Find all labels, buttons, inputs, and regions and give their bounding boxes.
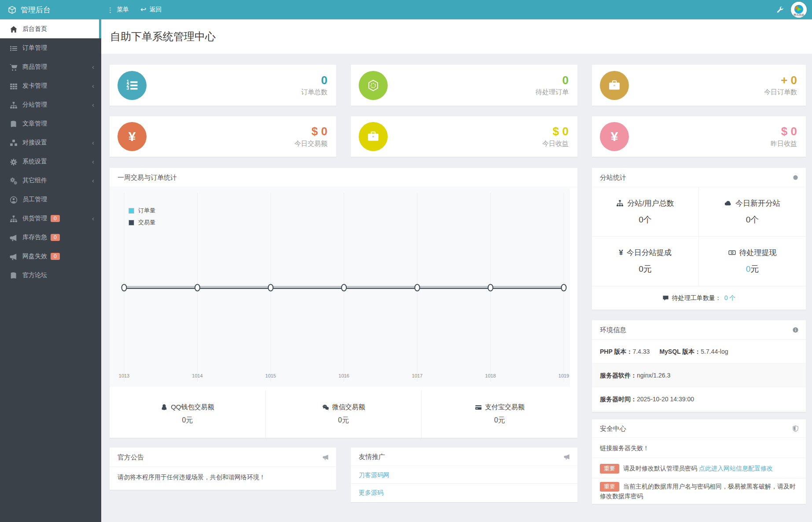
legend-label: 交易量 [138, 218, 155, 226]
menu-dots-icon: ⋮ [107, 7, 114, 13]
menu-label: 菜单 [117, 6, 129, 14]
security-row-database: 重要当前主机的数据库用户名与密码相同，极易被黑客破解，请及时修改数据库密码 [592, 478, 806, 504]
stat-value: $ 0 [294, 125, 327, 138]
pay-stat-qq: QQ钱包交易额 0元 [110, 390, 265, 438]
sitemap-icon [10, 101, 18, 108]
x-tick: 1014 [192, 373, 202, 378]
home-icon [10, 26, 18, 32]
sidebar-item-label: 官方论坛 [22, 271, 47, 279]
sidebar-item-label: 订单管理 [22, 44, 47, 52]
cell-unit: 元 [750, 264, 759, 274]
chevron-left-icon: ‹ [92, 139, 94, 146]
sidebar-item-orders[interactable]: 订单管理 [0, 38, 101, 57]
yen-icon: ¥ [118, 122, 147, 151]
panel-header: 官方公告 [110, 448, 336, 467]
panel-title: 分站统计 [600, 174, 626, 181]
substation-footer: 待处理工单数量： 0 个 [592, 286, 806, 310]
sidebar-item-label: 员工管理 [22, 196, 47, 204]
substation-grid: 分站/用户总数 0个 今日新开分站 0个 ¥ 今日分站提成 [592, 187, 806, 286]
sidebar-item-home[interactable]: 后台首页 [0, 19, 101, 38]
badge-count: 0 [51, 253, 60, 260]
promo-link-more[interactable]: 更多源码 [351, 484, 577, 501]
legend-item-trades[interactable]: 交易量 [129, 218, 155, 226]
content-body: 123 0 订单总数 0 待处理订单 + 0 今日订单数 [101, 54, 812, 522]
comment-icon [662, 295, 669, 301]
back-button[interactable]: ↩ 返回 [135, 0, 167, 19]
env-value: 5.7.44-log [701, 348, 728, 355]
shield-icon [792, 425, 799, 432]
chart-legend: 订单量 交易量 [129, 207, 155, 230]
wrench-icon[interactable] [776, 6, 784, 14]
panel-title: 一周交易与订单统计 [110, 168, 577, 187]
sitemap-icon [616, 200, 624, 207]
promotion-panel: 友情推广 刀客源码网 更多源码 [351, 448, 577, 502]
gear-icon [10, 158, 18, 165]
chevron-left-icon: ‹ [92, 82, 94, 89]
sidebar-item-suppliers[interactable]: 供货管理 0 ‹ [0, 209, 101, 228]
app-brand[interactable]: 管理后台 [0, 0, 101, 19]
sidebar-item-staff[interactable]: 员工管理 [0, 190, 101, 209]
legend-item-orders[interactable]: 订单量 [129, 207, 155, 215]
footer-value: 0 个 [724, 294, 736, 302]
briefcase-icon [600, 71, 629, 100]
sidebar-item-forum[interactable]: 官方论坛 [0, 266, 101, 285]
promo-link-daoke[interactable]: 刀客源码网 [351, 466, 577, 484]
stat-label: 今日收益 [542, 140, 569, 148]
menu-toggle[interactable]: ⋮ 菜单 [101, 0, 135, 19]
x-tick: 1016 [338, 373, 349, 378]
sidebar-item-label: 系统设置 [22, 158, 47, 166]
legend-swatch-trades [129, 220, 134, 226]
line-chart: 订单量 交易量 1013 1014 1015 1016 1017 1018 10… [110, 188, 577, 387]
sidebar-item-stock-alert[interactable]: 库存告急 0 [0, 228, 101, 247]
sidebar-item-label: 对接设置 [22, 139, 47, 147]
x-tick: 1015 [265, 373, 276, 378]
sidebar-item-label: 网盘失效 [22, 252, 47, 260]
main-content: 自助下单系统管理中心 123 0 订单总数 0 待处理订单 [101, 19, 812, 522]
yen-icon: ¥ [600, 122, 629, 151]
announcement-text: 请勿将本程序用于任何违规场景，共创和谐网络环境！ [110, 467, 336, 488]
page-title: 自助下单系统管理中心 [110, 30, 216, 44]
list-icon [10, 44, 18, 51]
env-value: nginx/1.26.3 [637, 372, 670, 379]
avatar[interactable]: 腾讯视频 [791, 2, 807, 18]
footer-label: 待处理工单数量： [672, 294, 721, 302]
env-row-php-mysql: PHP 版本：7.4.33MySQL 版本：5.7.44-log [592, 340, 806, 363]
security-text: 链接服务器失败！ [600, 444, 649, 452]
security-row-connection: 链接服务器失败！ [592, 438, 806, 458]
stat-card-pending-orders: 0 待处理订单 [351, 65, 577, 106]
sidebar-item-substations[interactable]: 分站管理 ‹ [0, 95, 101, 114]
legend-label: 订单量 [138, 207, 155, 215]
panel-title: 安全中心 [600, 425, 626, 432]
sidebar-item-cards[interactable]: 发卡管理 ‹ [0, 76, 101, 95]
cubes-icon [10, 139, 18, 146]
cart-icon [10, 63, 18, 70]
sidebar-item-components[interactable]: 其它组件 ‹ [0, 171, 101, 190]
pay-stat-wechat: 微信交易额 0元 [265, 390, 422, 438]
important-badge: 重要 [600, 464, 619, 474]
panel-header: 安全中心 [592, 419, 806, 438]
hexagon-icon [359, 71, 388, 100]
config-link[interactable]: 点此进入网站信息配置修改 [699, 465, 773, 472]
stat-label: 今日订单数 [764, 88, 797, 96]
env-value: 7.4.33 [632, 348, 650, 355]
yen-icon: ¥ [619, 248, 623, 257]
env-label: 服务器软件： [600, 372, 637, 379]
sidebar-item-integration[interactable]: 对接设置 ‹ [0, 133, 101, 152]
panel-header: 环境信息 [592, 320, 806, 340]
badge-count: 0 [51, 234, 60, 241]
sidebar-item-products[interactable]: 商品管理 ‹ [0, 57, 101, 76]
sidebar-item-system-settings[interactable]: 系统设置 ‹ [0, 152, 101, 171]
env-value: 2025-10-20 14:39:00 [637, 396, 694, 403]
sidebar-item-drive-invalid[interactable]: 网盘失效 0 [0, 247, 101, 266]
stat-card-today-orders: + 0 今日订单数 [592, 65, 806, 106]
stat-label: 昨日收益 [771, 140, 797, 148]
chevron-left-icon: ‹ [92, 158, 94, 165]
security-text: 请及时修改默认管理员密码 [623, 465, 697, 472]
environment-panel: 环境信息 PHP 版本：7.4.33MySQL 版本：5.7.44-log 服务… [592, 320, 806, 412]
pay-stat-value: 0元 [182, 416, 193, 425]
substation-panel: 分站统计 分站/用户总数 0个 [592, 168, 806, 310]
back-label: 返回 [149, 6, 162, 14]
pay-stat-value: 0元 [494, 416, 505, 425]
megaphone-icon [10, 253, 18, 259]
sidebar-item-articles[interactable]: 文章管理 [0, 114, 101, 133]
